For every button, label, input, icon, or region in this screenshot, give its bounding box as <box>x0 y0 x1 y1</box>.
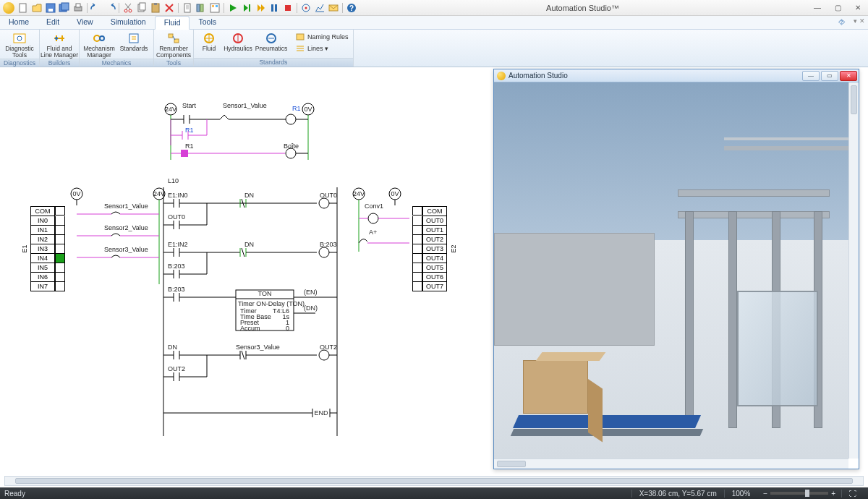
fluid-line-manager-button[interactable]: Fluid and Line Manager <box>43 31 76 59</box>
svg-text:0V: 0V <box>304 106 312 113</box>
status-zoom: 100% <box>724 490 758 498</box>
standards-button[interactable]: Standards <box>117 31 150 52</box>
minimize-button[interactable]: — <box>807 1 827 15</box>
svg-text:DN: DN <box>244 192 254 199</box>
qa-print-icon[interactable] <box>72 2 85 14</box>
zoom-slider[interactable]: − + <box>757 490 841 498</box>
child-close-button[interactable]: ✕ <box>840 71 857 81</box>
svg-text:Sensor2_Value: Sensor2_Value <box>104 224 148 231</box>
zoom-fit-icon[interactable]: ⛶ <box>841 490 864 498</box>
svg-text:OUT2: OUT2 <box>320 344 337 351</box>
svg-rect-21 <box>275 4 277 12</box>
ribbon-collapse-icon[interactable]: ▾ ✕ <box>851 16 868 29</box>
maximize-button[interactable]: ▢ <box>827 1 848 15</box>
svg-point-8 <box>129 9 132 12</box>
qa-stop-icon[interactable] <box>281 2 294 14</box>
svg-text:24V: 24V <box>165 106 176 113</box>
main-scrollbar-horizontal[interactable] <box>4 476 864 486</box>
svg-text:E1:IN0: E1:IN0 <box>168 192 188 199</box>
input-io-table[interactable]: E1 COM IN0 IN1 IN2 IN3 IN4 IN5 IN6 IN7 <box>30 206 65 291</box>
qa-delete-icon[interactable] <box>163 2 176 14</box>
svg-point-32 <box>100 36 104 40</box>
svg-text:Sensor3_Value: Sensor3_Value <box>104 246 148 253</box>
3d-view-titlebar[interactable]: Automation Studio — ▭ ✕ <box>494 69 859 82</box>
svg-text:Sensor1_Value: Sensor1_Value <box>104 202 148 210</box>
svg-text:Conv1: Conv1 <box>365 202 383 210</box>
qa-step-icon[interactable] <box>240 2 253 14</box>
child-minimize-button[interactable]: — <box>802 71 820 81</box>
status-coords: X=38.06 cm, Y=5.67 cm <box>631 490 724 498</box>
svg-point-173 <box>319 350 329 360</box>
svg-rect-16 <box>210 4 219 12</box>
qa-new-icon[interactable] <box>17 2 30 14</box>
renumber-components-button[interactable]: Renumber Components <box>157 31 190 59</box>
svg-rect-18 <box>216 5 218 7</box>
svg-text:(DN): (DN) <box>304 304 318 312</box>
fluid-std-button[interactable]: Fluid <box>197 31 221 52</box>
qa-doc-icon[interactable] <box>181 2 194 14</box>
svg-text:TON: TON <box>258 290 272 297</box>
qa-mail-icon[interactable] <box>327 2 340 14</box>
svg-rect-19 <box>249 4 250 12</box>
svg-text:END: END <box>314 409 328 417</box>
menu-edit[interactable]: Edit <box>38 16 68 29</box>
workspace: 24V 0V Start Sensor1_Value R1 R1 <box>0 67 868 487</box>
svg-text:0V: 0V <box>391 190 399 197</box>
menu-home[interactable]: Home <box>0 16 38 29</box>
qa-plot-icon[interactable] <box>313 2 326 14</box>
qa-help-icon[interactable]: ? <box>345 2 358 14</box>
svg-rect-34 <box>169 34 173 38</box>
close-button[interactable]: ✕ <box>848 1 868 15</box>
qa-play-icon[interactable] <box>226 2 239 14</box>
svg-point-54 <box>286 114 296 124</box>
qa-library-icon[interactable] <box>195 2 208 14</box>
svg-rect-22 <box>285 5 291 11</box>
menu-simulation[interactable]: Simulation <box>102 16 155 29</box>
qa-paste-icon[interactable] <box>149 2 162 14</box>
menu-tools[interactable]: Tools <box>190 16 225 29</box>
svg-text:B:203: B:203 <box>168 263 185 270</box>
child-maximize-button[interactable]: ▭ <box>821 71 838 81</box>
qa-cut-icon[interactable] <box>122 2 135 14</box>
3d-viewport[interactable] <box>494 82 859 459</box>
svg-rect-0 <box>20 4 26 12</box>
qa-catalog-icon[interactable] <box>208 2 221 14</box>
svg-text:R1: R1 <box>292 105 301 112</box>
ribbon: Diagnostic Tools Diagnostics Fluid and L… <box>0 30 868 67</box>
svg-text:(EN): (EN) <box>304 289 318 296</box>
qa-saveall-icon[interactable] <box>58 2 71 14</box>
qa-slow-icon[interactable] <box>254 2 267 14</box>
qa-open-icon[interactable] <box>30 2 43 14</box>
qa-save-icon[interactable] <box>44 2 57 14</box>
svg-text:Boîte: Boîte <box>284 142 299 150</box>
naming-rules-button[interactable]: Naming Rules <box>294 31 350 43</box>
status-ready: Ready <box>4 490 25 498</box>
svg-text:E1:IN2: E1:IN2 <box>168 241 188 248</box>
zoom-in-icon[interactable]: + <box>831 490 835 498</box>
3d-view-window[interactable]: Automation Studio — ▭ ✕ <box>493 69 859 469</box>
svg-line-130 <box>242 248 244 257</box>
qa-redo-icon[interactable] <box>103 2 116 14</box>
svg-rect-10 <box>140 3 145 10</box>
child-scrollbar-vertical[interactable] <box>848 82 859 459</box>
child-scrollbar-horizontal[interactable] <box>494 459 848 469</box>
hydraulics-std-button[interactable]: Hydraulics <box>223 31 253 52</box>
ribbon-help-icon[interactable]: ⯑ <box>834 16 851 29</box>
schematic-canvas[interactable]: 24V 0V Start Sensor1_Value R1 R1 <box>4 67 864 474</box>
menu-fluid[interactable]: Fluid <box>155 16 190 30</box>
qa-target-icon[interactable] <box>299 2 312 14</box>
lines-dropdown[interactable]: Lines ▾ <box>294 43 350 54</box>
pneumatics-std-button[interactable]: Pneumatics <box>255 31 288 52</box>
svg-text:B:203: B:203 <box>320 241 337 248</box>
menu-view[interactable]: View <box>68 16 102 29</box>
qa-copy-icon[interactable] <box>135 2 148 14</box>
svg-text:R1: R1 <box>185 142 194 150</box>
svg-text:?: ? <box>349 4 354 12</box>
mechanism-manager-button[interactable]: Mechanism Manager <box>82 31 116 59</box>
output-io-table[interactable]: E2 COM OUT0 OUT1 OUT2 OUT3 OUT4 OUT5 OUT… <box>412 206 447 291</box>
zoom-out-icon[interactable]: − <box>763 490 767 498</box>
svg-text:DN: DN <box>168 344 177 351</box>
qa-pause-icon[interactable] <box>268 2 281 14</box>
diagnostic-tools-button[interactable]: Diagnostic Tools <box>3 31 36 59</box>
qa-undo-icon[interactable] <box>90 2 103 14</box>
